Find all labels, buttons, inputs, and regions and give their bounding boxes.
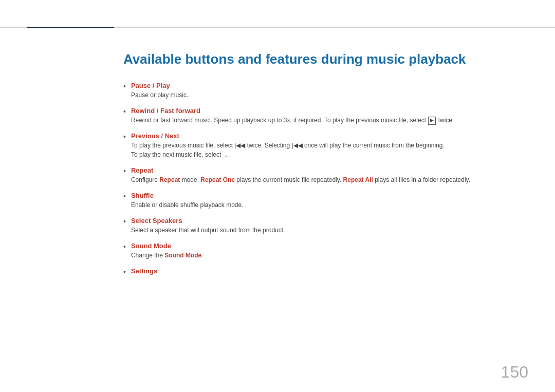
item-content: Pause / Play Pause or play music.	[131, 82, 528, 100]
highlight-text: Repeat All	[343, 176, 373, 183]
page-number: 150	[501, 363, 528, 382]
accent-bar	[27, 27, 114, 28]
highlight-text: Repeat	[159, 176, 180, 183]
bullet-dot: •	[123, 167, 126, 175]
list-item: • Sound Mode Change the Sound Mode.	[123, 242, 528, 260]
main-content: Available buttons and features during mu…	[123, 36, 528, 371]
feature-list: • Pause / Play Pause or play music. • Re…	[123, 82, 528, 276]
bullet-dot: •	[123, 217, 126, 226]
item-desc: Enable or disable shuffle playback mode.	[131, 200, 528, 210]
bullet-dot: •	[123, 82, 126, 90]
bullet-dot: •	[123, 192, 126, 200]
item-desc: Change the Sound Mode.	[131, 251, 528, 260]
bullet-dot: •	[123, 242, 126, 251]
item-desc: Pause or play music.	[131, 90, 528, 100]
item-content: Previous / Next To play the previous mus…	[131, 132, 528, 159]
item-title: Repeat	[131, 166, 528, 174]
item-content: Rewind / Fast forward Rewind or fast for…	[131, 107, 528, 125]
item-content: Shuffle Enable or disable shuffle playba…	[131, 192, 528, 210]
bullet-dot: •	[123, 107, 126, 116]
bullet-dot: •	[123, 268, 126, 276]
item-desc: Configure Repeat mode. Repeat One plays …	[131, 175, 528, 184]
item-title: Settings	[131, 267, 528, 275]
item-desc: Select a speaker that will output sound …	[131, 226, 528, 235]
list-item: • Select Speakers Select a speaker that …	[123, 217, 528, 235]
item-desc: To play the previous music file, select …	[131, 141, 528, 159]
list-item: • Repeat Configure Repeat mode. Repeat O…	[123, 166, 528, 184]
list-item: • Pause / Play Pause or play music.	[123, 82, 528, 100]
bullet-dot: •	[123, 133, 126, 141]
item-title: Shuffle	[131, 192, 528, 199]
list-item: • Rewind / Fast forward Rewind or fast f…	[123, 107, 528, 125]
highlight-text: Sound Mode	[164, 252, 201, 259]
list-item: • Previous / Next To play the previous m…	[123, 132, 528, 159]
item-content: Repeat Configure Repeat mode. Repeat One…	[131, 166, 528, 184]
page-title: Available buttons and features during mu…	[123, 51, 528, 67]
item-content: Select Speakers Select a speaker that wi…	[131, 217, 528, 235]
item-content: Settings	[131, 267, 528, 275]
item-title: Rewind / Fast forward	[131, 107, 528, 115]
item-title: Sound Mode	[131, 242, 528, 250]
item-desc: Rewind or fast forward music. Speed up p…	[131, 116, 528, 125]
highlight-text: Repeat One	[200, 176, 235, 183]
item-title: Previous / Next	[131, 132, 528, 140]
item-content: Sound Mode Change the Sound Mode.	[131, 242, 528, 260]
list-item: • Settings	[123, 267, 528, 276]
list-item: • Shuffle Enable or disable shuffle play…	[123, 192, 528, 210]
item-title: Pause / Play	[131, 82, 528, 89]
item-title: Select Speakers	[131, 217, 528, 225]
inline-icon: ▶	[428, 117, 436, 125]
